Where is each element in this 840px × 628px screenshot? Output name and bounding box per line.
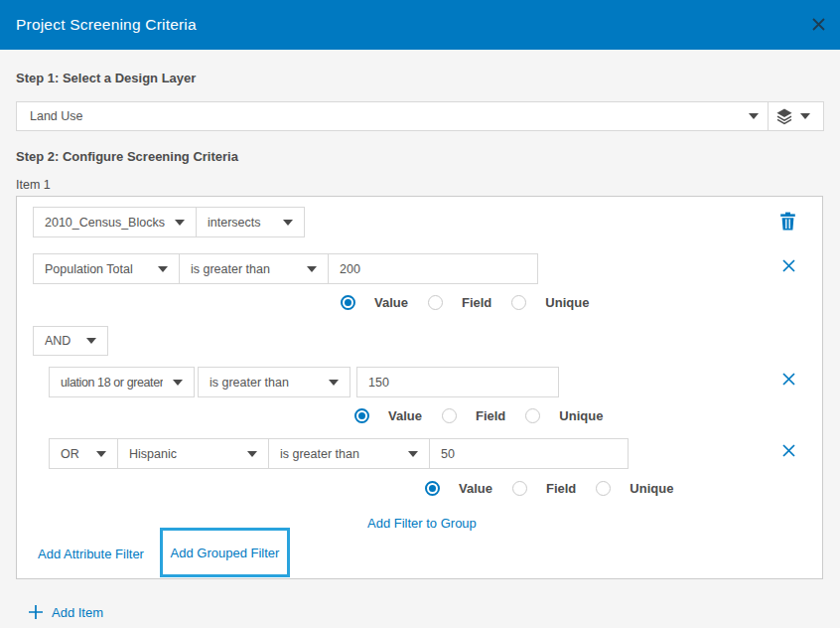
layers-icon[interactable] [776, 108, 792, 129]
radio-icon [428, 295, 443, 310]
filter1-operator-value: is greater than [191, 262, 270, 276]
conjunction-and-value: AND [45, 334, 70, 348]
item-label: Item 1 [16, 178, 51, 192]
filter2-field-dropdown[interactable]: ulation 18 or greater [49, 367, 195, 397]
remove-x-icon[interactable] [781, 258, 796, 273]
filter2-operator-dropdown[interactable]: is greater than [198, 367, 350, 397]
close-icon[interactable] [810, 16, 827, 33]
radio-unique[interactable]: Unique [596, 481, 693, 496]
divider [768, 102, 769, 130]
radio-icon [511, 295, 526, 310]
radio-icon [442, 408, 457, 423]
filter2-value-type-radios: Value Field Unique [354, 408, 623, 423]
plus-icon [28, 604, 44, 620]
filter1-value-input[interactable] [328, 253, 538, 284]
filter3-value-input[interactable] [429, 438, 629, 469]
radio-field[interactable]: Field [428, 295, 511, 310]
radio-unique[interactable]: Unique [525, 408, 623, 423]
remove-x-icon[interactable] [781, 372, 796, 387]
add-grouped-filter-highlight: Add Grouped Filter [160, 528, 290, 577]
conjunction-or-dropdown[interactable]: OR [49, 438, 118, 469]
filter3-operator-value: is greater than [280, 447, 359, 461]
spatial-operator-dropdown[interactable]: intersects [196, 207, 305, 237]
chevron-down-icon [96, 451, 106, 457]
radio-field[interactable]: Field [512, 481, 596, 496]
add-item-button[interactable]: Add Item [28, 604, 103, 620]
chevron-down-icon [173, 380, 183, 386]
filter1-field-dropdown[interactable]: Population Total [33, 253, 180, 284]
radio-value[interactable]: Value [341, 295, 428, 310]
spatial-layer-value: 2010_Census_Blocks [45, 216, 165, 230]
filter1-value-type-radios: Value Field Unique [341, 295, 609, 310]
remove-x-icon[interactable] [781, 443, 796, 458]
radio-selected-icon [341, 295, 355, 310]
radio-icon [512, 481, 527, 496]
chevron-down-icon [247, 451, 257, 457]
radio-value[interactable]: Value [425, 481, 512, 496]
radio-field[interactable]: Field [442, 408, 525, 423]
radio-value[interactable]: Value [354, 408, 442, 423]
chevron-down-icon [283, 220, 293, 226]
spatial-operator-value: intersects [208, 216, 261, 230]
add-filter-to-group-link[interactable]: Add Filter to Group [367, 516, 477, 531]
conjunction-or-value: OR [61, 447, 79, 461]
filter3-field-dropdown[interactable]: Hispanic [117, 438, 269, 469]
chevron-down-icon [86, 338, 96, 344]
design-layer-value: Land Use [30, 102, 83, 130]
conjunction-and-dropdown[interactable]: AND [33, 326, 108, 356]
filter1-operator-dropdown[interactable]: is greater than [179, 253, 329, 284]
radio-selected-icon [354, 408, 369, 423]
chevron-down-icon [175, 220, 185, 226]
step1-heading: Step 1: Select a Design Layer [16, 71, 196, 85]
radio-icon [525, 408, 540, 423]
filter3-value-type-radios: Value Field Unique [425, 481, 693, 496]
chevron-down-icon [408, 451, 418, 457]
chevron-down-icon [329, 380, 339, 386]
radio-icon [596, 481, 611, 496]
radio-selected-icon [425, 481, 440, 496]
filter2-operator-value: is greater than [210, 376, 289, 390]
chevron-down-icon [158, 266, 168, 272]
trash-icon[interactable] [779, 212, 796, 231]
filter2-field-value: ulation 18 or greater [61, 376, 163, 390]
chevron-down-icon[interactable] [800, 113, 810, 119]
criteria-panel: 2010_Census_Blocks intersects Population… [16, 196, 823, 579]
add-attribute-filter-link[interactable]: Add Attribute Filter [38, 547, 144, 561]
filter3-operator-dropdown[interactable]: is greater than [268, 438, 430, 469]
design-layer-select[interactable]: Land Use [16, 101, 824, 131]
chevron-down-icon [307, 266, 317, 272]
add-item-label: Add Item [52, 605, 103, 620]
radio-unique[interactable]: Unique [511, 295, 609, 310]
dialog-header: Project Screening Criteria [0, 0, 840, 50]
chevron-down-icon [749, 113, 759, 119]
spatial-layer-dropdown[interactable]: 2010_Census_Blocks [33, 207, 197, 237]
filter1-field-value: Population Total [45, 262, 133, 276]
dialog-title: Project Screening Criteria [16, 0, 197, 50]
filter2-value-input[interactable] [356, 367, 559, 397]
step2-heading: Step 2: Configure Screening Criteria [16, 149, 238, 164]
filter3-field-value: Hispanic [129, 447, 177, 461]
add-grouped-filter-link[interactable]: Add Grouped Filter [171, 546, 280, 560]
